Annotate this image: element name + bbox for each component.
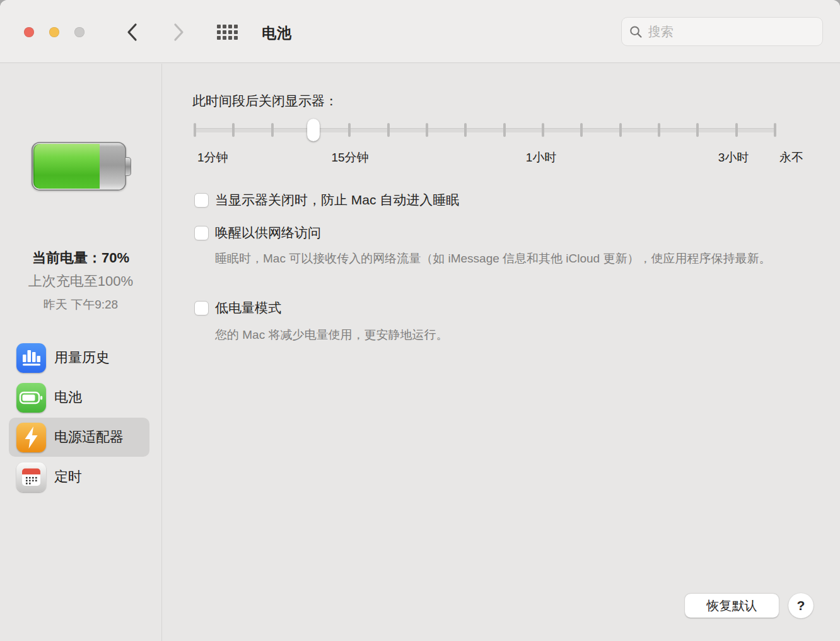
- display-off-slider-label: 此时间段后关闭显示器：: [192, 92, 338, 110]
- last-charge-text: 上次充电至100%: [0, 272, 161, 291]
- sidebar: 当前电量：70% 上次充电至100% 昨天 下午9:28 用量历史: [0, 64, 162, 641]
- display-off-slider[interactable]: [194, 119, 776, 141]
- chevron-left-icon: [127, 23, 137, 42]
- wake-for-network-checkbox[interactable]: [194, 226, 209, 240]
- option-prevent-sleep: 当显示器关闭时，防止 Mac 自动进入睡眠: [194, 192, 459, 208]
- last-charge-time: 昨天 下午9:28: [0, 297, 161, 313]
- slider-thumb[interactable]: [307, 119, 320, 141]
- help-button[interactable]: ?: [788, 593, 814, 618]
- zoom-button[interactable]: [74, 27, 85, 37]
- usage-history-icon: [16, 343, 46, 373]
- prevent-sleep-checkbox[interactable]: [194, 193, 209, 208]
- wake-for-network-description: 睡眠时，Mac 可以接收传入的网络流量（如 iMessage 信息和其他 iCl…: [215, 250, 825, 268]
- back-button[interactable]: [124, 21, 140, 43]
- sidebar-item-label: 定时: [54, 468, 82, 486]
- option-wake-for-network: 唤醒以供网络访问: [194, 225, 321, 240]
- page-title: 电池: [262, 23, 292, 43]
- battery-fill-70: [33, 144, 100, 189]
- tick-label-3hr: 3小时: [718, 150, 749, 166]
- schedule-icon: [16, 462, 46, 492]
- current-charge-text: 当前电量：70%: [0, 249, 161, 268]
- restore-defaults-button[interactable]: 恢复默认: [685, 594, 779, 618]
- search-input[interactable]: [648, 25, 815, 39]
- search-field[interactable]: [621, 17, 823, 46]
- battery-terminal: [125, 157, 131, 176]
- sidebar-item-usage-history[interactable]: 用量历史: [9, 338, 149, 377]
- tick-label-15min: 15分钟: [331, 150, 368, 166]
- low-power-mode-checkbox[interactable]: [194, 301, 209, 315]
- option-label: 当显示器关闭时，防止 Mac 自动进入睡眠: [215, 191, 459, 209]
- battery-icon: [16, 383, 46, 413]
- power-adapter-icon: [16, 423, 46, 452]
- battery-level-image: [32, 142, 126, 191]
- power-adapter-pane: 此时间段后关闭显示器： 1分钟 15分钟 1小时 3小时 永不 当显示器关闭时，…: [163, 64, 840, 641]
- show-all-preferences-button[interactable]: [217, 25, 238, 40]
- sidebar-item-label: 用量历史: [54, 348, 110, 367]
- option-label: 低电量模式: [215, 299, 281, 317]
- sidebar-item-label: 电源适配器: [54, 428, 124, 447]
- battery-preferences-window: 电池 当前电量：70% 上次充电至100% 昨天 下午9:28: [0, 0, 840, 641]
- tick-label-never: 永不: [779, 150, 803, 166]
- forward-button[interactable]: [170, 21, 187, 43]
- low-power-mode-description: 您的 Mac 将减少电量使用，更安静地运行。: [215, 326, 825, 344]
- sidebar-item-label: 电池: [54, 388, 82, 407]
- titlebar: 电池: [0, 0, 840, 63]
- close-button[interactable]: [24, 27, 34, 37]
- search-icon: [629, 25, 643, 39]
- sidebar-item-schedule[interactable]: 定时: [9, 457, 149, 497]
- tick-label-1min: 1分钟: [197, 150, 228, 166]
- sidebar-item-power-adapter[interactable]: 电源适配器: [9, 418, 149, 457]
- option-low-power-mode: 低电量模式: [194, 300, 281, 315]
- chevron-right-icon: [173, 23, 184, 42]
- minimize-button[interactable]: [49, 27, 59, 37]
- sidebar-item-battery[interactable]: 电池: [9, 378, 149, 417]
- tick-label-1hr: 1小时: [526, 150, 557, 166]
- option-label: 唤醒以供网络访问: [215, 224, 321, 242]
- slider-ticks: [194, 123, 776, 137]
